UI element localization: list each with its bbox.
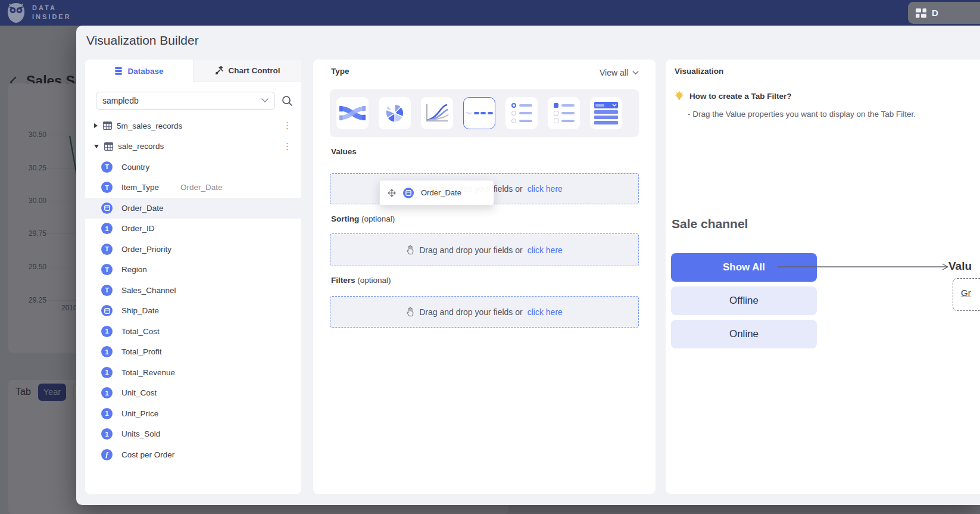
table-icon xyxy=(104,142,113,151)
field-label: Unit_Cost xyxy=(121,388,157,397)
caret-right-icon[interactable] xyxy=(94,123,98,128)
chart-type-line[interactable] xyxy=(421,97,453,129)
field-item-order-date[interactable]: Order_Date xyxy=(85,198,301,219)
database-select-value[interactable] xyxy=(102,96,261,105)
field-item-country[interactable]: T Country xyxy=(85,157,301,177)
field-item-order-priority[interactable]: T Order_Priority xyxy=(85,239,301,260)
tip-body: - Drag the Value properties you want to … xyxy=(688,110,916,119)
number-field-icon: 1 xyxy=(101,223,113,234)
number-field-icon: 1 xyxy=(101,428,113,440)
field-item-unit-cost[interactable]: 1 Unit_Cost xyxy=(85,383,301,404)
field-item-cost-per-order[interactable]: ƒ Cost per Order xyxy=(85,444,301,465)
database-select[interactable] xyxy=(96,92,275,110)
tip-title: How to create a Tab Filter? xyxy=(689,92,792,101)
field-label: Total_Cost xyxy=(121,327,160,336)
chart-type-pie[interactable] xyxy=(379,97,411,129)
field-label: Country xyxy=(121,163,149,172)
table-label: 5m_sales_records xyxy=(117,122,182,130)
pie-chart-icon xyxy=(384,102,405,124)
filters-section-label: Filters (optional) xyxy=(331,276,391,285)
modal-title: Visualization Builder xyxy=(86,33,199,48)
search-icon[interactable] xyxy=(282,95,293,107)
chart-type-checkbox-list[interactable] xyxy=(548,97,580,129)
caret-down-icon[interactable] xyxy=(94,145,99,148)
dashboard-icon xyxy=(916,8,926,18)
field-label: Total_Revenue xyxy=(121,368,175,377)
click-here-link[interactable]: click here xyxy=(528,245,563,255)
visualization-builder-modal: Visualization Builder Database Chart C xyxy=(76,26,980,505)
field-label: Order_Date xyxy=(121,204,164,213)
field-tree: 5m_sales_records ⋮ sale_records ⋮ T Coun… xyxy=(85,116,301,465)
field-label: Region xyxy=(121,265,147,274)
owl-logo-icon xyxy=(6,2,26,23)
field-item-units-sold[interactable]: 1 Units_Sold xyxy=(85,424,301,445)
app-logo[interactable]: DATA INSIDER xyxy=(6,2,71,23)
table-select-icon xyxy=(594,102,618,124)
tab-database[interactable]: Database xyxy=(85,60,193,82)
function-field-icon: ƒ xyxy=(101,449,113,460)
field-item-unit-price[interactable]: 1 Unit_Price xyxy=(85,403,301,424)
tip-title-row: How to create a Tab Filter? xyxy=(675,91,792,101)
tools-icon xyxy=(215,66,224,75)
field-item-total-profit[interactable]: 1 Total_Profit xyxy=(85,342,301,363)
field-label: Sales_Channel xyxy=(121,286,176,295)
chart-type-table-select[interactable] xyxy=(590,97,622,129)
field-label: Ship_Date xyxy=(121,306,159,315)
logo-text: DATA INSIDER xyxy=(32,4,71,22)
visualization-panel: Visualization How to create a Tab Filter… xyxy=(666,60,980,494)
line-chart-icon xyxy=(425,103,449,123)
view-all-dropdown[interactable]: View all xyxy=(600,68,639,77)
number-field-icon: 1 xyxy=(101,408,113,419)
sorting-section-label: Sorting (optional) xyxy=(331,214,395,223)
text-field-icon: T xyxy=(101,244,113,255)
drag-hand-icon xyxy=(406,307,414,317)
date-field-icon xyxy=(403,188,414,198)
field-item-region[interactable]: T Region xyxy=(85,260,301,281)
chart-type-strip: Tab xyxy=(330,89,639,137)
drag-ghost-card[interactable]: Order_Date xyxy=(379,180,494,205)
dashboard-button[interactable]: D xyxy=(908,2,980,24)
lightbulb-icon xyxy=(675,91,684,101)
tab-chart-control[interactable]: Chart Control xyxy=(193,60,301,82)
tree-table-5m-sales-records[interactable]: 5m_sales_records ⋮ xyxy=(85,116,301,136)
database-search-row xyxy=(85,82,301,113)
sorting-drop-zone[interactable]: Drag and drop your fields or click here xyxy=(330,233,639,266)
kebab-menu-icon[interactable]: ⋮ xyxy=(281,141,294,152)
values-section-label: Values xyxy=(331,147,357,156)
type-section-label: Type xyxy=(331,67,349,76)
chart-type-tab-filter[interactable]: Tab xyxy=(463,97,495,129)
drop-hint: Drag and drop your fields or xyxy=(419,307,523,317)
field-item-sales-channel[interactable]: T Sales_Channel xyxy=(85,280,301,301)
radio-list-icon xyxy=(511,103,532,123)
click-here-link[interactable]: click here xyxy=(528,307,563,317)
database-icon xyxy=(114,67,123,76)
annotation-dashed-box[interactable]: Gr xyxy=(953,278,980,311)
drop-hint: Drag and drop your fields or xyxy=(419,245,523,255)
field-label: Order_ID xyxy=(121,224,155,233)
number-field-icon: 1 xyxy=(101,326,113,337)
date-field-icon xyxy=(101,203,113,214)
field-item-total-cost[interactable]: 1 Total_Cost xyxy=(85,321,301,342)
preview-button-offline[interactable]: Offline xyxy=(671,286,817,315)
number-field-icon: 1 xyxy=(101,387,113,398)
text-field-icon: T xyxy=(101,285,113,296)
field-item-order-id[interactable]: 1 Order_ID xyxy=(85,219,301,239)
preview-button-online[interactable]: Online xyxy=(671,320,817,348)
chart-type-sankey[interactable] xyxy=(336,97,369,129)
tab-database-label: Database xyxy=(127,67,163,76)
click-here-link[interactable]: click here xyxy=(528,184,563,194)
database-panel: Database Chart Control xyxy=(85,60,301,494)
preview-title: Sale channel xyxy=(672,217,748,231)
field-label: Item_Type xyxy=(121,183,159,192)
view-all-label: View all xyxy=(600,68,628,77)
field-item-ship-date[interactable]: Ship_Date xyxy=(85,301,301,322)
field-label: Total_Profit xyxy=(121,347,162,356)
field-item-item-type[interactable]: T Item_Type xyxy=(85,177,301,198)
field-label: Cost per Order xyxy=(121,450,174,459)
move-icon xyxy=(388,189,396,197)
field-item-total-revenue[interactable]: 1 Total_Revenue xyxy=(85,362,301,383)
kebab-menu-icon[interactable]: ⋮ xyxy=(281,120,294,131)
chart-type-radio-list[interactable] xyxy=(505,97,538,129)
tree-table-sale-records[interactable]: sale_records ⋮ xyxy=(85,136,301,157)
filters-drop-zone[interactable]: Drag and drop your fields or click here xyxy=(330,296,639,328)
